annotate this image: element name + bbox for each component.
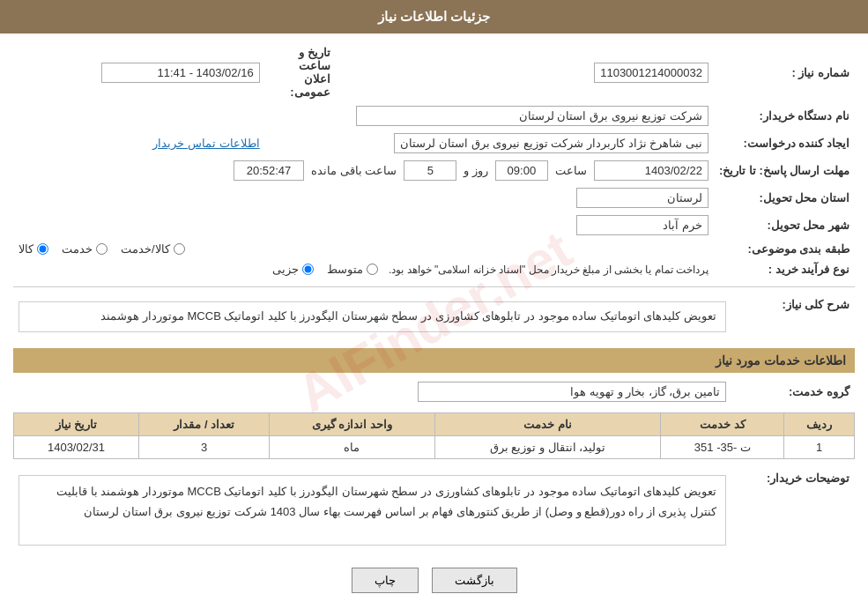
- cell-unit: ماه: [270, 435, 434, 458]
- tosihaat-label: توضیحات خریدار:: [731, 466, 855, 554]
- sharh-box: تعویض کلیدهای اتوماتیک ساده موجود در تاب…: [19, 301, 726, 332]
- motevaset-label: متوسط: [327, 263, 363, 276]
- cell-radif: 1: [784, 435, 855, 458]
- shomara-niaz-box: 1103001214000032: [594, 63, 708, 83]
- ijad-konande-label: ایجاد کننده درخواست:: [714, 130, 855, 157]
- roz-label: روز و: [464, 164, 488, 177]
- cell-date: 1403/02/31: [14, 435, 139, 458]
- shahr-box: خرم آباد: [576, 215, 708, 235]
- button-row: بازگشت چاپ: [13, 568, 855, 593]
- radio-kala-khadamat[interactable]: کالا/خدمت: [121, 242, 185, 256]
- grooh-table: گروه خدمت: تامین برق، گاز، بخار و تهویه …: [13, 378, 855, 405]
- cell-code: ت -35- 351: [661, 435, 784, 458]
- shomara-niaz-label: شماره نیاز :: [714, 42, 855, 102]
- shomara-niaz-value: 1103001214000032: [336, 42, 714, 102]
- etelaat-tamas-link[interactable]: اطلاعات تماس خریدار: [152, 137, 259, 150]
- col-name: نام خدمت: [434, 412, 661, 435]
- tabaqe-label: طبقه بندی موضوعی:: [714, 239, 855, 259]
- mohlat-label: مهلت ارسال پاسخ: تا تاریخ:: [714, 157, 855, 184]
- tosihaat-table: توضیحات خریدار: تعویض کلیدهای اتوماتیک س…: [13, 466, 855, 554]
- ostan-box: لرستان: [576, 188, 708, 208]
- kala-label-radio: کالا: [19, 242, 33, 256]
- shahr-label: شهر محل تحویل:: [714, 212, 855, 239]
- info-table: شماره نیاز : 1103001214000032 تاریخ و سا…: [13, 42, 855, 279]
- cell-count: 3: [138, 435, 269, 458]
- jozyi-label: جزیی: [272, 263, 299, 276]
- radio-motevaset[interactable]: متوسط: [327, 263, 378, 276]
- grooh-label: گروه خدمت:: [731, 378, 855, 405]
- khadamat-label-radio: خدمت: [62, 242, 93, 256]
- tarik-value: 1403/02/16 - 11:41: [101, 63, 260, 83]
- col-count: تعداد / مقدار: [138, 412, 269, 435]
- col-unit: واحد اندازه گیری: [270, 412, 434, 435]
- col-date: تاریخ نیاز: [14, 412, 139, 435]
- tosihaat-box: تعویض کلیدهای اتوماتیک ساده موجود در تاب…: [19, 475, 726, 546]
- grooh-box: تامین برق، گاز، بخار و تهویه هوا: [418, 382, 726, 402]
- kala-khadamat-label: کالا/خدمت: [121, 242, 170, 256]
- nooe-farayand-label: نوع فرآیند خرید :: [714, 259, 855, 279]
- roz-box: 5: [404, 160, 456, 181]
- radio-jozyi[interactable]: جزیی: [272, 263, 314, 276]
- ijad-konande-box: نبی شاهرخ نژاد کاربردار شرکت توزیع نیروی…: [394, 133, 708, 153]
- sharh-table: شرح کلی نیاز: تعویض کلیدهای اتوماتیک ساد…: [13, 293, 855, 341]
- baqi-mande-box: 20:52:47: [234, 160, 304, 181]
- radio-khadamat[interactable]: خدمت: [62, 242, 108, 256]
- radio-kala[interactable]: کالا: [19, 242, 48, 256]
- service-table: ردیف کد خدمت نام خدمت واحد اندازه گیری ت…: [13, 412, 855, 459]
- tarik-label: تاریخ و ساعت اعلان عمومی:: [265, 42, 336, 102]
- cell-name: تولید، انتقال و توزیع برق: [434, 435, 661, 458]
- nooe-note: پرداخت تمام یا بخشی از مبلغ خریدار محل "…: [389, 264, 708, 276]
- sharh-label: شرح کلی نیاز:: [731, 293, 855, 341]
- col-code: کد خدمت: [661, 412, 784, 435]
- saat-label: ساعت: [555, 164, 587, 177]
- nam-dastgah-box: شرکت توزیع نیروی برق استان لرستان: [356, 106, 708, 126]
- header-title: جزئیات اطلاعات نیاز: [378, 9, 490, 24]
- col-radif: ردیف: [784, 412, 855, 435]
- print-button[interactable]: چاپ: [352, 568, 419, 593]
- ostan-label: استان محل تحویل:: [714, 184, 855, 212]
- baqi-mande-label: ساعت باقی مانده: [311, 164, 397, 177]
- date-box: 1403/02/22: [594, 160, 708, 181]
- back-button[interactable]: بازگشت: [432, 568, 517, 593]
- khadamat-section-header: اطلاعات خدمات مورد نیاز: [13, 348, 855, 373]
- saat-box: 09:00: [495, 160, 548, 181]
- table-row: 1ت -35- 351تولید، انتقال و توزیع برقماه3…: [14, 435, 855, 458]
- nam-dastgah-label: نام دستگاه خریدار:: [714, 102, 855, 130]
- page-header: جزئیات اطلاعات نیاز: [0, 0, 868, 33]
